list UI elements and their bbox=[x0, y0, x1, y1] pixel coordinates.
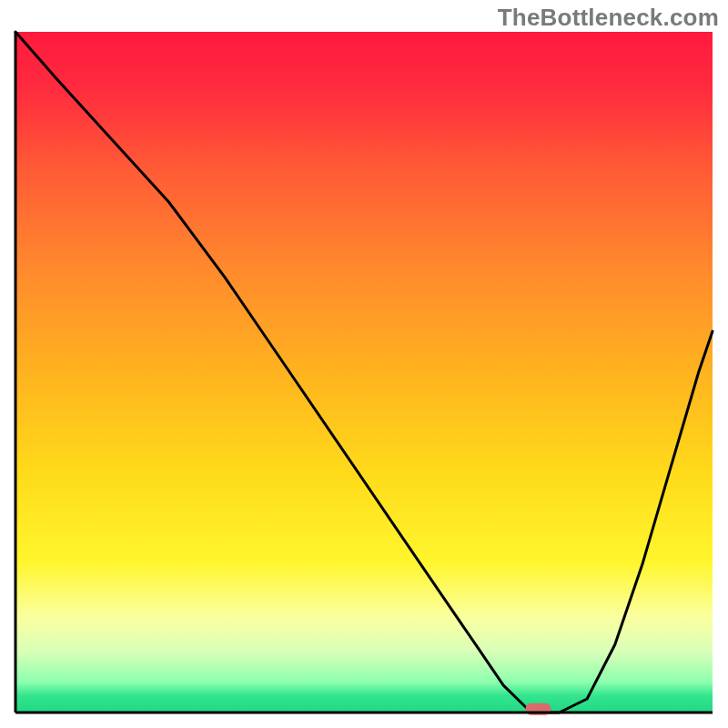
chart-stage: TheBottleneck.com bbox=[0, 0, 728, 728]
plot-background bbox=[15, 32, 713, 713]
bottleneck-chart bbox=[0, 0, 728, 728]
watermark-text: TheBottleneck.com bbox=[498, 4, 719, 32]
